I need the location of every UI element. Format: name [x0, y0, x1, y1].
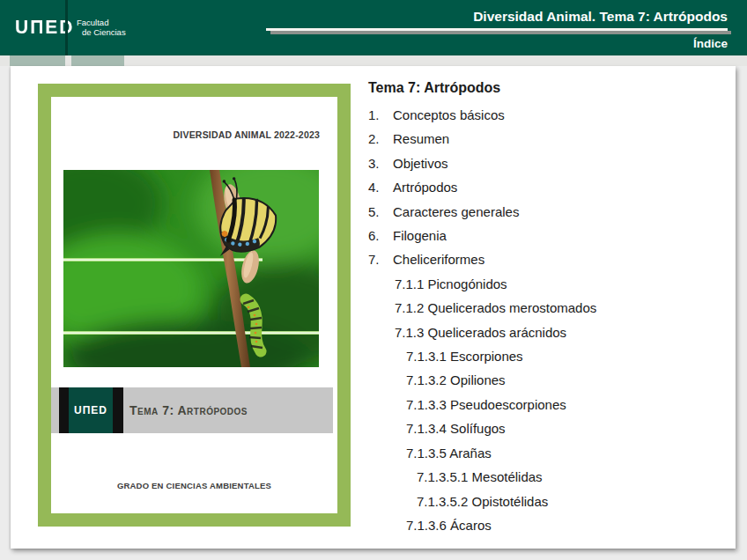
header-separator: [65, 0, 68, 55]
toc-item-number: 5.: [368, 200, 393, 224]
toc-item: 5.Caracteres generales: [368, 200, 725, 224]
toc-item-number: 4.: [368, 175, 393, 199]
uned-logo-icon: UΠED: [69, 387, 113, 433]
toc-item: 7.1.3.4 Solífugos: [368, 416, 725, 440]
cover-footer: GRADO EN CIENCIAS AMBIENTALES: [51, 481, 337, 490]
divider-line-gray: [270, 31, 731, 34]
accent-strip: [0, 55, 747, 66]
toc-item-number: 6.: [368, 224, 393, 247]
cover-title: DIVERSIDAD ANIMAL 2022-2023: [73, 129, 320, 140]
cover-thumbnail: DIVERSIDAD ANIMAL 2022-2023: [38, 84, 351, 527]
toc-item: 3.Objetivos: [368, 151, 725, 175]
toc-item: 1.Conceptos básicos: [368, 103, 725, 127]
toc-item: 7.1.3 Quelicerados arácnidos: [368, 321, 725, 344]
slide-canvas: DIVERSIDAD ANIMAL 2022-2023: [11, 66, 736, 549]
toc-item-label: 7.1.3.3 Pseudoescorpiones: [406, 397, 566, 412]
faculty-name: Facultad de Ciencias: [77, 18, 126, 37]
toc-heading: Tema 7: Artrópodos: [368, 78, 725, 98]
toc-item-label: Cheliceriformes: [393, 252, 484, 267]
toc-item: 7.1.3.5.1 Mesotélidas: [368, 465, 725, 489]
toc-item-label: Caracteres generales: [393, 204, 519, 219]
toc-item-number: 1.: [368, 103, 393, 127]
uned-logo-text: UΠED: [74, 404, 107, 416]
toc-item-label: Objetivos: [393, 156, 448, 171]
toc-item-label: 7.1.3.5.2 Opistotélidas: [417, 494, 548, 509]
toc-item-number: 7.: [368, 247, 393, 271]
toc-item: 7.1.3.5.2 Opistotélidas: [368, 490, 725, 513]
toc-item-number: 2.: [368, 127, 393, 151]
toc-item: 7.1.3.3 Pseudoescorpiones: [368, 393, 725, 416]
toc-item: 6.Filogenia: [368, 224, 725, 247]
toc-item: 2.Resumen: [368, 127, 725, 151]
toc-item: 7.Cheliceriformes: [368, 247, 725, 271]
toc-item-label: Filogenia: [393, 228, 447, 243]
toc-item-label: Resumen: [393, 131, 449, 146]
page-label: Índice: [463, 37, 728, 50]
toc-list: 1.Conceptos básicos2.Resumen3.Objetivos4…: [368, 103, 725, 537]
uned-logo-box: UΠED: [59, 387, 123, 433]
toc-item: 7.1.3.6 Ácaros: [368, 513, 725, 537]
accent-strip-segment: [71, 55, 124, 66]
toc-item: 7.1.2 Quelicerados merostomados: [368, 296, 725, 320]
toc-item: 4.Artrópodos: [368, 175, 725, 199]
toc-item-label: 7.1.3.5 Arañas: [406, 446, 492, 461]
toc-item-label: 7.1.3.1 Escorpiones: [406, 349, 523, 364]
toc-item-label: 7.1.3.5.1 Mesotélidas: [417, 469, 543, 484]
header-bar: UΠED Facultad de Ciencias Diversidad Ani…: [0, 0, 747, 55]
accent-strip-segment: [10, 55, 65, 66]
toc-item: 7.1.3.1 Escorpiones: [368, 344, 725, 368]
table-of-contents: Tema 7: Artrópodos 1.Conceptos básicos2.…: [368, 78, 725, 537]
slide-viewer-page: UΠED Facultad de Ciencias Diversidad Ani…: [0, 0, 747, 560]
toc-item-number: 3.: [368, 151, 393, 175]
toc-item-label: 7.1.3.2 Opiliones: [406, 372, 506, 387]
toc-item-label: Conceptos básicos: [393, 107, 505, 122]
faculty-line2: de Ciencias: [77, 28, 126, 38]
cover-band: UΠED Tema 7: Artrópodos: [51, 387, 333, 433]
faculty-line1: Facultad: [77, 18, 126, 28]
toc-item-label: 7.1.2 Quelicerados merostomados: [395, 300, 596, 315]
toc-item-label: Artrópodos: [393, 180, 457, 195]
toc-item-label: 7.1.3.6 Ácaros: [406, 518, 492, 533]
toc-item-label: 7.1.3.4 Solífugos: [406, 421, 506, 436]
cover-band-title: Tema 7: Artrópodos: [129, 387, 248, 433]
butterfly-photo: [63, 170, 319, 367]
toc-item: 7.1.1 Picnogónidos: [368, 272, 725, 296]
toc-item: 7.1.3.2 Opiliones: [368, 368, 725, 392]
course-title: Diversidad Animal. Tema 7: Artrópodos: [199, 9, 728, 25]
toc-item-label: 7.1.3 Quelicerados arácnidos: [395, 325, 566, 340]
toc-item-label: 7.1.1 Picnogónidos: [395, 276, 507, 291]
toc-item: 7.1.3.5 Arañas: [368, 441, 725, 465]
